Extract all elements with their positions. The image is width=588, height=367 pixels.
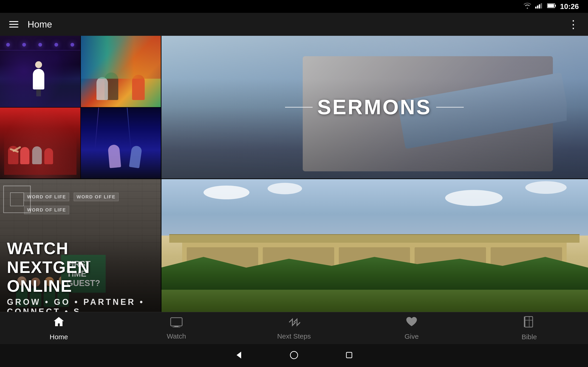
svg-rect-7 — [171, 318, 182, 326]
app-bar: Home ⋮ — [0, 13, 588, 36]
nav-label-watch: Watch — [167, 332, 186, 340]
home-button[interactable] — [289, 350, 299, 361]
nav-label-give: Give — [405, 333, 419, 340]
bible-icon — [523, 316, 536, 331]
svg-rect-16 — [346, 352, 352, 358]
kids-crowd-panel[interactable] — [0, 107, 80, 178]
sermons-title: SERMONS — [317, 95, 431, 119]
dance-panel[interactable] — [80, 107, 161, 178]
svg-rect-1 — [537, 6, 538, 8]
nav-label-nextsteps: Next Steps — [277, 332, 311, 340]
svg-marker-14 — [237, 352, 241, 359]
content-grid: SERMONS WORD OF LIFE WORD OF LIFE WORD O… — [0, 36, 588, 321]
svg-rect-8 — [174, 326, 179, 327]
nav-item-bible[interactable]: Bible — [506, 316, 552, 341]
more-options-button[interactable]: ⋮ — [568, 18, 579, 31]
wifi-icon — [523, 2, 531, 10]
signal-icon — [535, 2, 544, 10]
svg-point-15 — [290, 351, 298, 359]
page-title: Home — [27, 19, 568, 30]
watch-nextgen-title: WATCH NEXTGEN ONLINE — [7, 239, 154, 295]
nav-item-watch[interactable]: Watch — [153, 316, 199, 340]
system-nav-bar — [0, 344, 588, 367]
watch-icon — [170, 316, 183, 330]
nav-label-bible: Bible — [522, 333, 537, 341]
svg-rect-2 — [539, 4, 540, 8]
back-button[interactable] — [234, 350, 243, 361]
svg-rect-9 — [173, 327, 180, 327]
nav-item-give[interactable]: Give — [389, 316, 435, 340]
svg-rect-10 — [525, 317, 533, 327]
speaker-panel[interactable] — [0, 36, 80, 107]
svg-rect-3 — [541, 3, 542, 8]
nav-label-home: Home — [50, 333, 68, 341]
give-icon — [405, 316, 418, 330]
sermons-overlay: SERMONS — [161, 36, 588, 178]
svg-rect-13 — [524, 317, 525, 327]
svg-rect-6 — [548, 4, 554, 7]
nextsteps-icon — [288, 316, 300, 330]
building-panel[interactable] — [161, 178, 588, 321]
svg-rect-0 — [535, 7, 536, 8]
home-icon — [52, 316, 65, 331]
battery-icon — [547, 3, 556, 10]
status-time: 10:26 — [560, 2, 579, 11]
svg-rect-5 — [555, 5, 556, 7]
recents-button[interactable] — [345, 350, 354, 361]
sermons-panel[interactable]: SERMONS — [161, 36, 588, 178]
nav-item-nextsteps[interactable]: Next Steps — [271, 316, 317, 340]
bottom-navigation: Home Watch Next Steps Give — [0, 312, 588, 344]
first-time-guest-panel[interactable]: WORD OF LIFE WORD OF LIFE WORD OF LIFE — [0, 178, 161, 321]
nav-item-home[interactable]: Home — [36, 316, 82, 341]
performers-panel[interactable] — [80, 36, 161, 107]
hamburger-menu-button[interactable] — [9, 21, 18, 27]
status-bar: 10:26 — [0, 0, 588, 13]
